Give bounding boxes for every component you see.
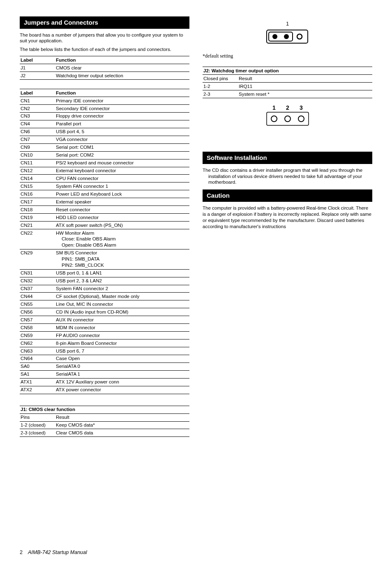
table-row: CN628-pin Alarm Board Connector [20,339,189,347]
j2-header-pins: Closed pins [203,75,238,83]
svg-point-11 [298,116,304,122]
table-row: CN11PS/2 keyboard and mouse connector [20,159,189,167]
svg-rect-1 [269,32,293,41]
j1-table: J1: CMOS clear function Pins Result 1-2 … [20,406,189,437]
table-row: J1CMOS clear [20,64,189,72]
connectors-header-function: Function [55,89,189,97]
table-row: CN56CD IN (Audio input from CD-ROM) [20,308,189,316]
table-row: SA0SerialATA 0 [20,363,189,370]
svg-rect-8 [267,112,309,125]
table-row: CN17External speaker [20,198,189,206]
table-row: CN44CF socket (Optional), Master mode on… [20,293,189,300]
intro-paragraph-2: The table below lists the function of ea… [20,46,189,53]
section-header-caution: Caution [203,189,372,202]
table-row: CN15System FAN connector 1 [20,182,189,190]
jumpers-header-label: Label [20,56,55,64]
jumper-figure-label-1: 1 [203,21,372,28]
table-row: CN4Parallel port [20,120,189,128]
table-row: CN58MDM IN connector [20,324,189,332]
table-row: CN14CPU FAN connector [20,175,189,182]
table-row: 2-3 (closed)Clear CMOS data [20,429,189,437]
svg-text:1: 1 [272,104,276,111]
j1-title: J1: CMOS clear function [20,406,189,413]
table-row: 2-3System reset * [203,90,372,98]
table-row: CN2Secondary IDE connector [20,105,189,113]
table-row: CN12External keyboard connector [20,167,189,175]
table-row: CN16Power LED and Keyboard Lock [20,190,189,198]
svg-point-9 [271,116,277,122]
table-row: ATX1ATX 12V Auxiliary power conn [20,378,189,386]
table-row: J2Watchdog timer output selection [20,72,189,80]
table-row: CN21ATX soft power switch (PS_ON) [20,222,189,229]
table-row: 1-2 (closed)Keep CMOS data* [20,421,189,429]
intro-paragraph-1: The board has a number of jumpers that a… [20,32,189,44]
section-header-software: Software Installation [203,152,372,164]
table-row: CN7VGA connector [20,136,189,143]
table-row: CN22HW Monitor AlarmClose: Enable OBS Al… [20,229,189,249]
svg-point-10 [285,116,291,122]
jumpers-table: Label Function J1CMOS clearJ2Watchdog ti… [20,56,189,80]
software-text: The CD disc contains a driver installer … [203,167,372,186]
table-row: CN64Case Open [20,355,189,363]
connectors-table: Label Function CN1Primary IDE connectorC… [20,89,189,394]
svg-text:3: 3 [300,104,303,111]
jumper-diagram-icon [265,28,310,45]
j2-header-result: Result [238,75,372,83]
section-header-jumpers: Jumpers and Connectors [20,16,189,29]
table-row: CN37System FAN connector 2 [20,285,189,293]
jumper-figure-open: 1 2 3 [203,104,372,129]
connectors-header-label: Label [20,89,55,97]
jumper-open-diagram-icon: 1 2 3 [265,104,310,127]
table-row: CN10Serial port: COM2 [20,151,189,159]
svg-text:2: 2 [286,104,289,111]
j2-title: J2: Watchdog timer output option [203,67,372,75]
table-row: CN32USB port 2, 3 & LAN2 [20,277,189,285]
table-row: CN57AUX IN connector [20,316,189,324]
table-row: CN19HDD LED connector [20,214,189,222]
svg-point-3 [284,34,289,39]
table-row: SA1SerialATA 1 [20,370,189,378]
table-row: CN9Serial port: COM1 [20,143,189,151]
table-row: CN1Primary IDE connector [20,97,189,105]
table-row: CN6USB port 4, 5 [20,128,189,136]
j1-header-result: Result [55,413,189,421]
svg-point-2 [272,34,277,39]
table-row: CN59FP AUDIO connector [20,332,189,339]
jumpers-header-function: Function [55,56,189,64]
table-row: CN3Floppy drive connector [20,112,189,120]
j1-header-pins: Pins [20,413,55,421]
svg-point-4 [297,34,302,39]
table-row: CN63USB port 6, 7 [20,347,189,355]
caution-text: The computer is provided with a battery-… [203,205,372,230]
default-setting-caption: *default setting [203,53,372,60]
table-row: CN18Reset connector [20,206,189,214]
table-row: CN29SM BUS ConnectorPIN1: SMB_DATAPIN2: … [20,249,189,269]
jumper-figure-default: 1 [203,21,372,46]
table-row: ATX2ATX power connector [20,386,189,394]
table-row: 1-2IRQ11 [203,83,372,90]
table-row: CN31USB port 0, 1 & LAN1 [20,269,189,277]
table-row: CN55Line Out, MIC IN connector [20,300,189,308]
j2-table: J2: Watchdog timer output option Closed … [203,67,372,98]
